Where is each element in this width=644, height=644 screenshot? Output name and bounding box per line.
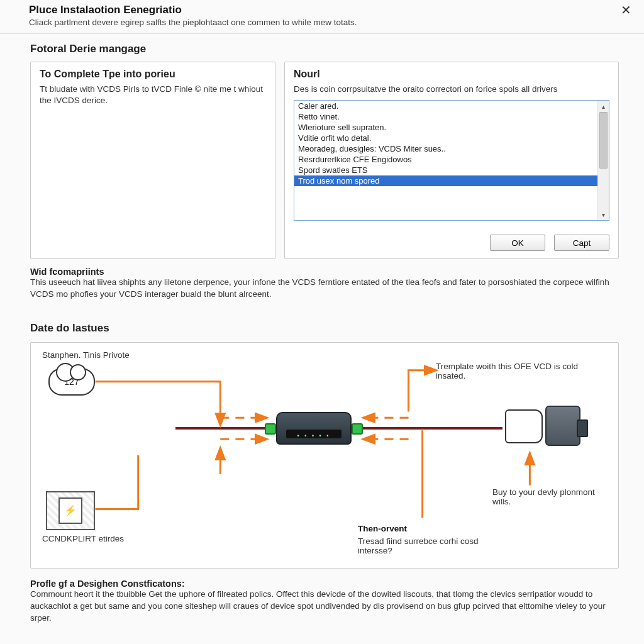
- listbox-scrollbar[interactable]: ▴ ▾: [597, 101, 609, 220]
- obd-shell: [505, 409, 543, 443]
- list-item[interactable]: Vditie orfit wlo detal.: [294, 133, 597, 143]
- mid-paragraph-title: Wid fcomapriints: [30, 267, 619, 277]
- close-icon[interactable]: ✕: [616, 4, 635, 19]
- cancel-button[interactable]: Capt: [554, 235, 609, 251]
- controller-chip-icon: ⚡: [46, 491, 95, 530]
- controller-chip-inner: ⚡: [58, 497, 82, 524]
- list-item[interactable]: Meoradeg, duesigles: VCDS Miter sues..: [294, 143, 597, 154]
- content-area: Fotoral Derie mangage To Complete Tpe in…: [0, 34, 644, 630]
- obd-plug: [545, 406, 580, 446]
- diagram-center-bottom-body: Tresad fiind surrebce corhi cosd interss…: [358, 536, 484, 555]
- titlebar: Pluce Instalaotion Eenegriatio Cliack pa…: [0, 0, 644, 34]
- scroll-down-icon[interactable]: ▾: [598, 209, 609, 220]
- connection-diagram: Stanphen. Tinis Privote 127 ⚡ CCNDKPLIRT…: [30, 342, 619, 569]
- driver-listbox[interactable]: Caler ared.Retto vinet.Wlerioture sell s…: [294, 100, 609, 221]
- diagram-right-top-note: Tremplate woith this OFE VCD is cold ins…: [436, 362, 599, 380]
- footer-title: Profle gf a Desighen Constficatons:: [30, 579, 619, 589]
- left-panel-body: Tt bludate with VCDS Pirls to tVCD Finle…: [40, 84, 266, 106]
- left-panel-title: To Complete Tpe into porieu: [40, 69, 266, 80]
- diagram-center-bottom-title: Then-orvent: [358, 524, 407, 533]
- left-panel: To Complete Tpe into porieu Tt bludate w…: [30, 62, 275, 259]
- list-item[interactable]: Trod usex nom spored: [294, 175, 597, 186]
- installer-window: Pluce Instalaotion Eenegriatio Cliack pa…: [0, 0, 644, 644]
- two-column-row: To Complete Tpe into porieu Tt bludate w…: [30, 62, 619, 259]
- list-item[interactable]: Spord swatles ETS: [294, 165, 597, 175]
- mid-paragraph: Wid fcomapriints This useeuch hat liivea…: [30, 267, 619, 301]
- list-item[interactable]: Retto vinet.: [294, 111, 597, 122]
- footer-body: Commount heort it the tbuibble Get the u…: [30, 589, 619, 625]
- listbox-inner: Caler ared.Retto vinet.Wlerioture sell s…: [294, 101, 597, 220]
- diagram-top-left-label: Stanphen. Tinis Privote: [42, 350, 130, 360]
- scroll-thumb[interactable]: [599, 112, 608, 169]
- right-panel: Nourl Des is coin corrpsuitatve the orai…: [284, 62, 619, 259]
- section-heading: Fotoral Derie mangage: [30, 43, 619, 55]
- device-body: [276, 412, 352, 445]
- right-panel-title: Nourl: [294, 69, 609, 80]
- list-item[interactable]: Wlerioture sell supraten.: [294, 122, 597, 133]
- list-item[interactable]: Resrdurerlkice CFE Engidowos: [294, 154, 597, 165]
- cloud-value: 127: [64, 377, 79, 387]
- scroll-up-icon[interactable]: ▴: [598, 101, 609, 112]
- list-item[interactable]: Caler ared.: [294, 101, 597, 111]
- window-subtitle: Cliack partlment devere egirep salfts th…: [29, 18, 357, 27]
- diagram-title: Date do lastues: [30, 322, 619, 335]
- obd-connector-icon: [505, 404, 580, 448]
- cloud-icon: 127: [48, 368, 95, 396]
- mid-paragraph-body: This useeuch hat liivea shiphts any lile…: [30, 277, 619, 301]
- ok-button[interactable]: OK: [490, 235, 545, 251]
- port-left-icon: [265, 423, 276, 435]
- button-row: OK Capt: [490, 235, 609, 251]
- interface-device-icon: [276, 412, 352, 445]
- controller-label: CCNDKPLIRT etirdes: [42, 534, 124, 543]
- window-title: Pluce Instalaotion Eenegriatio: [29, 4, 357, 16]
- diagram-right-bottom-note: Buy to your devly plonmont wills.: [492, 487, 599, 506]
- footer-paragraph: Profle gf a Desighen Constficatons: Comm…: [30, 579, 619, 631]
- port-right-icon: [352, 423, 363, 435]
- titlebar-text: Pluce Instalaotion Eenegriatio Cliack pa…: [29, 4, 357, 27]
- right-panel-body: Des is coin corrpsuitatve the oraito cor…: [294, 84, 609, 95]
